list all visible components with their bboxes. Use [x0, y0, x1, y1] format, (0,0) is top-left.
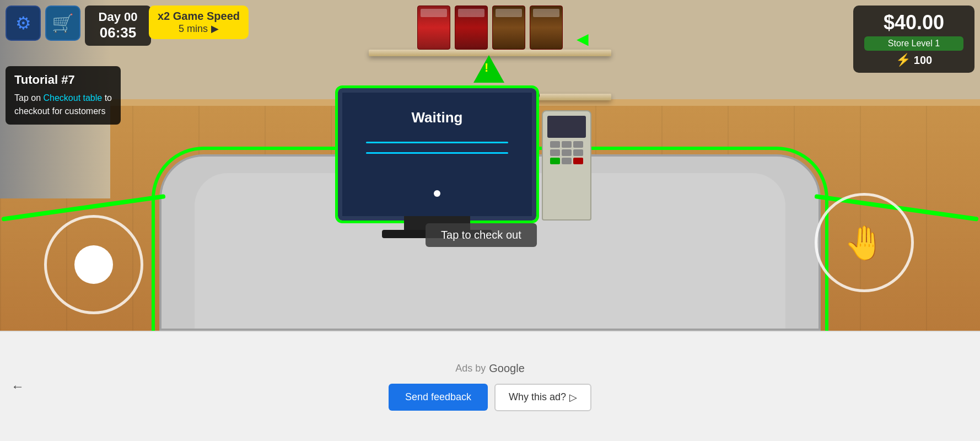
shelf-products — [380, 0, 600, 50]
checkout-monitor[interactable]: Waiting — [338, 88, 536, 220]
terminal-key-3 — [573, 141, 583, 148]
tutorial-box: Tutorial #7 Tap on Checkout table tochec… — [6, 66, 121, 125]
terminal-keypad — [550, 141, 583, 164]
ads-by-google-label: Ads by Google — [455, 362, 525, 375]
terminal-key-green — [550, 158, 560, 164]
terminal-key-red — [573, 158, 583, 164]
game-viewport: ◄ Waiting — [0, 0, 980, 331]
hand-icon: 🤚 — [844, 223, 885, 262]
terminal-key-1 — [550, 141, 560, 148]
shelf-product-1 — [417, 6, 450, 50]
tutorial-description: Tap on Checkout table tocheckout for cus… — [14, 92, 112, 118]
terminal-screen — [547, 116, 586, 138]
why-this-ad-icon: ▷ — [569, 391, 577, 404]
day-time-display: Day 00 06:35 — [85, 6, 151, 46]
gear-icon: ⚙ — [15, 13, 31, 34]
terminal-key-2 — [562, 141, 572, 148]
restock-warning — [473, 55, 507, 88]
checkout-terminal[interactable]: Waiting — [338, 88, 591, 220]
ads-by-text: Ads by — [455, 363, 486, 374]
terminal-key-5 — [562, 149, 572, 156]
tap-to-checkout-label[interactable]: Tap to check out — [426, 223, 537, 247]
direction-arrow-icon: ◄ — [573, 28, 593, 51]
hud-top-right: $40.00 Store Level 1 ⚡ 100 — [853, 6, 974, 73]
play-icon: ▶ — [211, 23, 219, 35]
tutorial-title: Tutorial #7 — [14, 73, 112, 87]
send-feedback-button[interactable]: Send feedback — [389, 384, 488, 411]
ad-action-buttons: Send feedback Why this ad? ▷ — [389, 384, 591, 411]
monitor-dot — [434, 190, 440, 197]
hud-top-left: ⚙ 🛒 Day 00 06:35 — [6, 6, 151, 46]
shelf-product-3 — [492, 6, 525, 50]
tutorial-highlight: Checkout table — [43, 93, 102, 103]
monitor-waiting-text: Waiting — [412, 109, 463, 126]
payment-terminal — [542, 110, 591, 220]
joystick-control[interactable] — [44, 215, 143, 314]
game-speed-multiplier: x2 Game Speed — [158, 10, 240, 23]
energy-icon: ⚡ — [896, 53, 911, 67]
shelf-product-2 — [455, 6, 488, 50]
ad-bar: ← Ads by Google Send feedback Why this a… — [0, 331, 980, 441]
shelf-product-4 — [530, 6, 563, 50]
store-level-badge: Store Level 1 — [864, 36, 963, 51]
monitor-line-1 — [366, 142, 508, 143]
back-button[interactable]: ← — [11, 379, 24, 394]
energy-value: 100 — [914, 54, 932, 67]
terminal-key-4 — [550, 149, 560, 156]
time-label: 06:35 — [94, 24, 142, 41]
terminal-key-8 — [562, 158, 572, 164]
cart-icon: 🛒 — [52, 13, 74, 34]
why-this-ad-button[interactable]: Why this ad? ▷ — [494, 384, 591, 411]
why-this-ad-text: Why this ad? — [509, 391, 566, 403]
google-text: Google — [489, 362, 525, 375]
money-display: $40.00 — [864, 11, 963, 34]
tutorial-prefix: Tap on — [14, 93, 43, 103]
monitor-line-2 — [366, 152, 508, 154]
cart-button[interactable]: 🛒 — [45, 6, 80, 41]
terminal-key-6 — [573, 149, 583, 156]
game-speed-time-text: 5 mins — [179, 23, 208, 35]
day-label: Day 00 — [94, 10, 142, 24]
joystick-knob — [74, 245, 113, 284]
energy-row: ⚡ 100 — [864, 53, 963, 67]
warning-triangle-icon — [473, 55, 504, 83]
hand-cursor-control[interactable]: 🤚 — [815, 193, 914, 292]
settings-button[interactable]: ⚙ — [6, 6, 41, 41]
game-speed-badge[interactable]: x2 Game Speed 5 mins ▶ — [149, 6, 249, 39]
game-speed-time: 5 mins ▶ — [158, 23, 240, 35]
